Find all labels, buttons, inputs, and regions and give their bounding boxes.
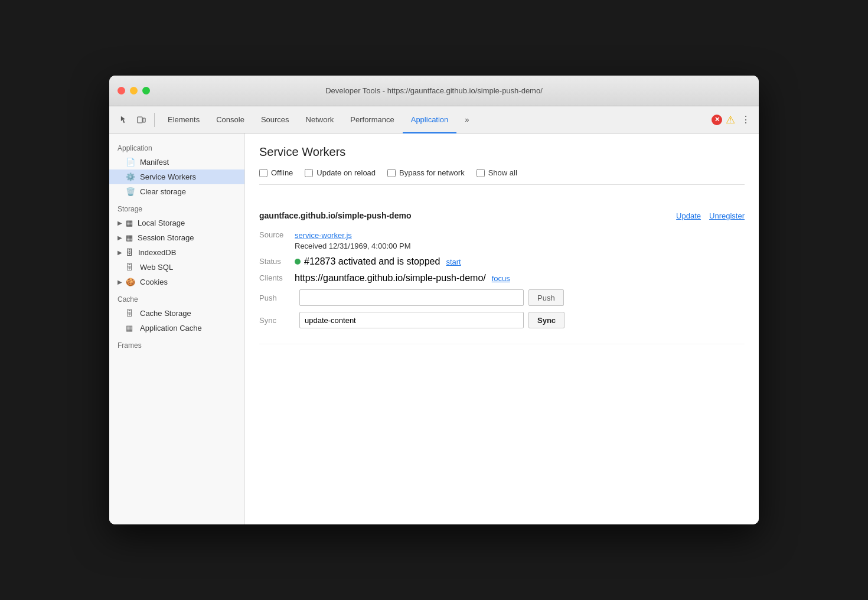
- update-on-reload-option[interactable]: Update on reload: [305, 168, 376, 177]
- focus-link[interactable]: focus: [492, 274, 510, 283]
- sidebar-section-frames: Frames: [109, 335, 244, 352]
- sidebar-item-cookies[interactable]: ▶ 🍪 Cookies: [109, 275, 244, 289]
- toolbar: Elements Console Sources Network Perform…: [109, 106, 759, 133]
- tab-console[interactable]: Console: [208, 106, 253, 133]
- minimize-button[interactable]: [130, 87, 138, 94]
- sidebar-item-session-storage[interactable]: ▶ ▦ Session Storage: [109, 230, 244, 245]
- toolbar-right: ✕ ⚠ ⋮: [712, 113, 753, 127]
- tab-elements[interactable]: Elements: [159, 106, 208, 133]
- warning-badge: ⚠: [726, 113, 735, 126]
- manifest-icon: 📄: [126, 158, 135, 167]
- app-cache-icon: ▦: [126, 324, 135, 332]
- tab-application[interactable]: Application: [403, 106, 457, 133]
- devtools-window: Developer Tools - https://gauntface.gith…: [109, 76, 759, 524]
- cookies-icon: 🍪: [126, 278, 135, 286]
- sidebar-item-indexeddb[interactable]: ▶ 🗄 IndexedDB: [109, 245, 244, 260]
- service-worker-content: gauntface.github.io/simple-push-demo Upd…: [245, 192, 759, 354]
- sidebar-item-web-sql[interactable]: 🗄 Web SQL: [109, 260, 244, 275]
- toolbar-divider: [154, 113, 155, 127]
- toolbar-tabs: Elements Console Sources Network Perform…: [159, 106, 710, 133]
- titlebar: Developer Tools - https://gauntface.gith…: [109, 76, 759, 106]
- sync-label: Sync: [259, 316, 295, 325]
- close-button[interactable]: [118, 87, 125, 94]
- sw-status-row: Status #12873 activated and is stopped s…: [259, 256, 745, 267]
- start-link[interactable]: start: [446, 257, 461, 266]
- panel-header: Service Workers Offline Update on reload…: [245, 133, 759, 192]
- push-row: Push Push: [259, 289, 745, 306]
- tab-sources[interactable]: Sources: [253, 106, 298, 133]
- source-link[interactable]: service-worker.js: [295, 231, 352, 240]
- bypass-network-option[interactable]: Bypass for network: [387, 168, 465, 177]
- sidebar-section-cache: Cache: [109, 289, 244, 306]
- sw-origin: gauntface.github.io/simple-push-demo: [259, 211, 411, 220]
- push-input[interactable]: [299, 289, 524, 306]
- more-options-button[interactable]: ⋮: [739, 113, 753, 127]
- main-panel: Service Workers Offline Update on reload…: [245, 133, 759, 524]
- sidebar-item-cache-storage[interactable]: 🗄 Cache Storage: [109, 306, 244, 321]
- arrow-icon: ▶: [118, 249, 122, 256]
- update-link[interactable]: Update: [676, 211, 701, 220]
- svg-rect-1: [143, 118, 145, 122]
- panel-options: Offline Update on reload Bypass for netw…: [259, 168, 745, 185]
- show-all-checkbox[interactable]: [477, 169, 485, 177]
- tab-network[interactable]: Network: [298, 106, 342, 133]
- received-text: Received 12/31/1969, 4:00:00 PM: [295, 242, 411, 250]
- device-icon[interactable]: [133, 112, 149, 128]
- tab-performance[interactable]: Performance: [342, 106, 402, 133]
- status-text: #12873 activated and is stopped: [304, 256, 440, 267]
- sw-entry: gauntface.github.io/simple-push-demo Upd…: [259, 201, 745, 344]
- session-storage-icon: ▦: [126, 233, 133, 242]
- gear-icon: ⚙️: [126, 172, 135, 181]
- push-label: Push: [259, 294, 295, 302]
- svg-rect-0: [138, 117, 142, 123]
- unregister-link[interactable]: Unregister: [709, 211, 745, 220]
- sw-source-row: Source service-worker.js Received 12/31/…: [259, 230, 745, 250]
- sidebar-section-storage: Storage: [109, 199, 244, 216]
- cache-storage-icon: 🗄: [126, 309, 135, 318]
- arrow-icon: ▶: [118, 234, 122, 241]
- show-all-option[interactable]: Show all: [477, 168, 517, 177]
- error-badge: ✕: [712, 115, 722, 125]
- sw-origin-row: gauntface.github.io/simple-push-demo Upd…: [259, 211, 745, 220]
- sidebar-item-application-cache[interactable]: ▦ Application Cache: [109, 321, 244, 335]
- clients-url: https://gauntface.github.io/simple-push-…: [295, 273, 486, 283]
- trash-icon: 🗑️: [126, 187, 135, 196]
- clients-label: Clients: [259, 273, 295, 282]
- tab-more[interactable]: »: [456, 106, 477, 133]
- push-button[interactable]: Push: [528, 289, 564, 306]
- websql-icon: 🗄: [126, 263, 135, 272]
- window-title: Developer Tools - https://gauntface.gith…: [325, 86, 543, 95]
- sidebar-item-local-storage[interactable]: ▶ ▦ Local Storage: [109, 216, 244, 230]
- sidebar: Application 📄 Manifest ⚙️ Service Worker…: [109, 133, 245, 524]
- main-content: Application 📄 Manifest ⚙️ Service Worker…: [109, 133, 759, 524]
- sw-status-value: #12873 activated and is stopped start: [295, 256, 461, 267]
- local-storage-icon: ▦: [126, 219, 133, 227]
- sync-button[interactable]: Sync: [528, 312, 564, 328]
- sidebar-item-clear-storage[interactable]: 🗑️ Clear storage: [109, 184, 244, 199]
- arrow-icon: ▶: [118, 220, 122, 226]
- maximize-button[interactable]: [142, 87, 150, 94]
- window-controls: [118, 87, 150, 94]
- indexeddb-icon: 🗄: [126, 248, 133, 257]
- offline-option[interactable]: Offline: [259, 168, 293, 177]
- update-on-reload-checkbox[interactable]: [305, 169, 313, 177]
- sw-actions: Update Unregister: [676, 211, 745, 220]
- status-indicator: [295, 259, 301, 265]
- source-label: Source: [259, 230, 295, 239]
- status-label: Status: [259, 256, 295, 266]
- inspect-icon[interactable]: [115, 112, 132, 128]
- sidebar-section-application: Application: [109, 138, 244, 155]
- panel-title: Service Workers: [259, 145, 745, 159]
- sync-row: Sync Sync: [259, 312, 745, 328]
- sw-clients-value: https://gauntface.github.io/simple-push-…: [295, 273, 510, 283]
- sidebar-item-manifest[interactable]: 📄 Manifest: [109, 155, 244, 169]
- arrow-icon: ▶: [118, 279, 122, 285]
- sw-clients-row: Clients https://gauntface.github.io/simp…: [259, 273, 745, 283]
- bypass-network-checkbox[interactable]: [387, 169, 396, 177]
- sync-input[interactable]: [299, 312, 524, 328]
- offline-checkbox[interactable]: [259, 169, 267, 177]
- sidebar-item-service-workers[interactable]: ⚙️ Service Workers: [109, 169, 244, 184]
